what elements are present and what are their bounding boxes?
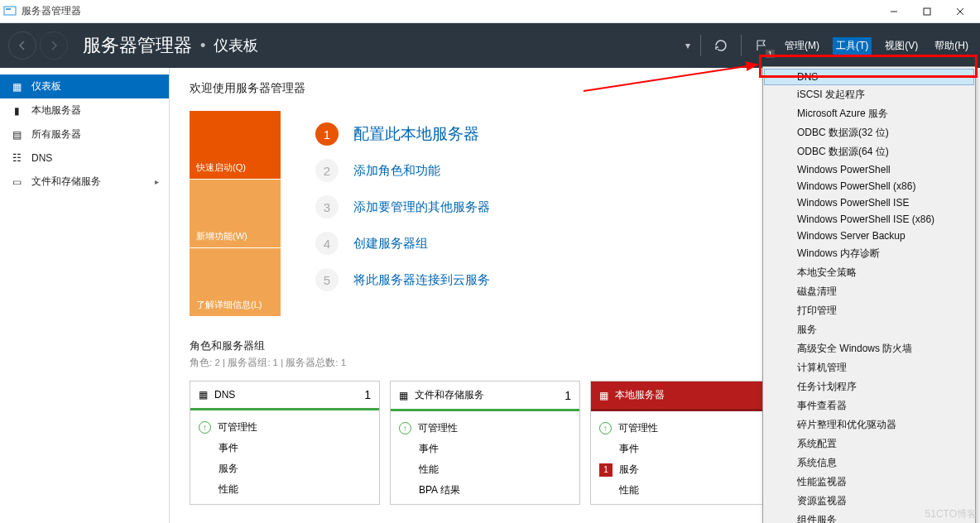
tile-row[interactable]: 1服务 — [599, 459, 771, 480]
nav-forward-button[interactable] — [40, 31, 68, 60]
tile-row[interactable]: ↑可管理性 — [199, 417, 371, 438]
tools-menu-item[interactable]: Windows PowerShell ISE — [764, 194, 974, 211]
tile-row[interactable]: 事件 — [599, 439, 771, 459]
tile-row[interactable]: BPA 结果 — [399, 480, 571, 501]
step-number: 4 — [315, 232, 339, 255]
tools-menu-item[interactable]: 高级安全 Windows 防火墙 — [764, 339, 974, 358]
svg-rect-1 — [6, 8, 11, 10]
tile-title: 文件和存储服务 — [415, 388, 484, 402]
dashboard-icon: ▦ — [10, 80, 23, 94]
tile-row[interactable]: 事件 — [399, 439, 571, 459]
tools-menu-item[interactable]: 打印管理 — [764, 301, 974, 320]
divider — [741, 35, 742, 56]
tools-menu-item[interactable]: Microsoft Azure 服务 — [764, 104, 974, 123]
tools-menu-item[interactable]: 本地安全策略 — [764, 263, 974, 282]
tile-row[interactable]: ↑可管理性 — [599, 418, 771, 439]
tile-row[interactable]: ↑可管理性 — [399, 418, 571, 439]
tile-header: ▦本地服务器1 — [591, 381, 780, 411]
tile-row-label: 可管理性 — [218, 420, 257, 434]
minimize-button[interactable] — [877, 1, 910, 22]
tile-row[interactable]: 服务 — [199, 458, 371, 479]
status-ok-icon: ↑ — [599, 422, 612, 434]
tools-menu-item[interactable]: Windows 内存诊断 — [764, 244, 974, 263]
sidebar: ▦仪表板▮本地服务器▤所有服务器☷DNS▭文件和存储服务▸ — [0, 68, 170, 523]
dns-icon: ☷ — [10, 151, 23, 165]
tools-menu-item[interactable]: 磁盘清理 — [764, 282, 974, 301]
window-title: 服务器管理器 — [22, 4, 877, 18]
tile-header: ▦文件和存储服务1 — [391, 381, 579, 411]
tools-menu-item[interactable]: 事件查看器 — [764, 396, 974, 415]
tile-count: 1 — [564, 389, 571, 402]
tools-menu-item[interactable]: 性能监视器 — [764, 473, 974, 492]
sidebar-item-servers[interactable]: ▤所有服务器 — [0, 122, 169, 146]
tools-menu-item[interactable]: iSCSI 发起程序 — [764, 85, 974, 104]
nav-back-button[interactable] — [8, 31, 36, 60]
refresh-icon[interactable] — [711, 36, 731, 55]
role-tile[interactable]: ▦DNS1↑可管理性事件服务性能 — [190, 381, 380, 505]
breadcrumb-current: 仪表板 — [214, 36, 258, 55]
menu-help[interactable]: 帮助(H) — [931, 37, 972, 55]
notifications-count: 1 — [766, 50, 775, 58]
tile-title: 本地服务器 — [615, 388, 665, 402]
tools-menu-item[interactable]: 碎片整理和优化驱动器 — [764, 415, 974, 434]
menu-manage[interactable]: 管理(M) — [781, 37, 823, 55]
tile-icon: ▦ — [599, 390, 608, 401]
notifications-flag-icon[interactable]: 1 — [752, 36, 771, 55]
tools-menu-item[interactable]: ODBC 数据源(64 位) — [764, 142, 974, 161]
tools-menu-item[interactable]: 服务 — [764, 320, 974, 339]
tools-menu-item[interactable]: 任务计划程序 — [764, 377, 974, 396]
tile-row-label: 事件 — [219, 441, 238, 455]
step-number: 1 — [315, 122, 339, 146]
sidebar-item-label: DNS — [31, 152, 52, 164]
tile-row-label: 可管理性 — [418, 421, 458, 435]
role-tile[interactable]: ▦文件和存储服务1↑可管理性事件性能BPA 结果 — [390, 381, 580, 505]
sidebar-item-dns[interactable]: ☷DNS — [0, 146, 169, 170]
tools-menu-item[interactable]: Windows PowerShell (x86) — [764, 178, 974, 194]
header-ribbon: 服务器管理器 • 仪表板 ▾ 1 管理(M) 工具(T) 视图(V) 帮助(H) — [0, 23, 980, 68]
storage-icon: ▭ — [10, 175, 23, 189]
tile-row[interactable]: 性能 — [199, 479, 371, 500]
tools-menu-item[interactable]: Windows PowerShell ISE (x86) — [764, 211, 974, 228]
tools-menu-item[interactable]: 系统信息 — [764, 453, 974, 473]
tools-menu-item[interactable]: Windows Server Backup — [764, 228, 974, 244]
tile-row[interactable]: 性能 — [599, 480, 771, 501]
menu-tools[interactable]: 工具(T) — [833, 37, 872, 55]
breadcrumb-root[interactable]: 服务器管理器 — [83, 33, 192, 58]
maximize-button[interactable] — [910, 1, 944, 22]
whatsnew-tab[interactable]: 新增功能(W) — [190, 180, 281, 247]
tile-row-label: 性能 — [419, 463, 439, 477]
app-icon — [3, 5, 17, 18]
tile-title: DNS — [214, 389, 235, 401]
tile-icon: ▦ — [199, 389, 208, 401]
status-ok-icon: ↑ — [199, 421, 211, 434]
step-label: 添加要管理的其他服务器 — [353, 199, 490, 215]
chevron-right-icon: • — [200, 37, 205, 55]
tools-menu-item[interactable]: 计算机管理 — [764, 358, 974, 377]
tools-menu-item[interactable]: DNS — [764, 69, 974, 85]
role-tile[interactable]: ▦本地服务器1↑可管理性事件1服务性能 — [590, 381, 781, 505]
tools-menu-item[interactable]: 系统配置 — [764, 434, 974, 453]
tile-count: 1 — [364, 388, 371, 401]
tools-menu-item[interactable]: Windows PowerShell — [764, 161, 974, 178]
tile-header: ▦DNS1 — [190, 381, 379, 410]
tools-menu-item[interactable]: ODBC 数据源(32 位) — [764, 123, 974, 142]
tile-row-label: 性能 — [219, 482, 238, 497]
sidebar-item-storage[interactable]: ▭文件和存储服务▸ — [0, 170, 169, 194]
step-number: 5 — [315, 268, 339, 291]
svg-rect-0 — [4, 7, 16, 15]
learnmore-tab[interactable]: 了解详细信息(L) — [190, 248, 281, 316]
menu-view[interactable]: 视图(V) — [882, 37, 921, 55]
breadcrumb-dropdown-icon[interactable]: ▾ — [685, 40, 690, 51]
sidebar-item-label: 文件和存储服务 — [31, 175, 101, 189]
sidebar-item-server[interactable]: ▮本地服务器 — [0, 98, 169, 122]
step-label: 配置此本地服务器 — [353, 123, 479, 145]
tile-row-label: 服务 — [219, 462, 238, 476]
tile-row-label: 性能 — [619, 483, 639, 497]
tile-row[interactable]: 性能 — [399, 459, 571, 480]
server-icon: ▮ — [10, 104, 23, 118]
sidebar-item-dashboard[interactable]: ▦仪表板 — [0, 74, 169, 98]
close-button[interactable] — [944, 1, 977, 22]
tile-row[interactable]: 事件 — [199, 438, 371, 458]
quickstart-tab[interactable]: 快速启动(Q) — [190, 111, 281, 179]
tile-row-label: 服务 — [619, 463, 639, 477]
